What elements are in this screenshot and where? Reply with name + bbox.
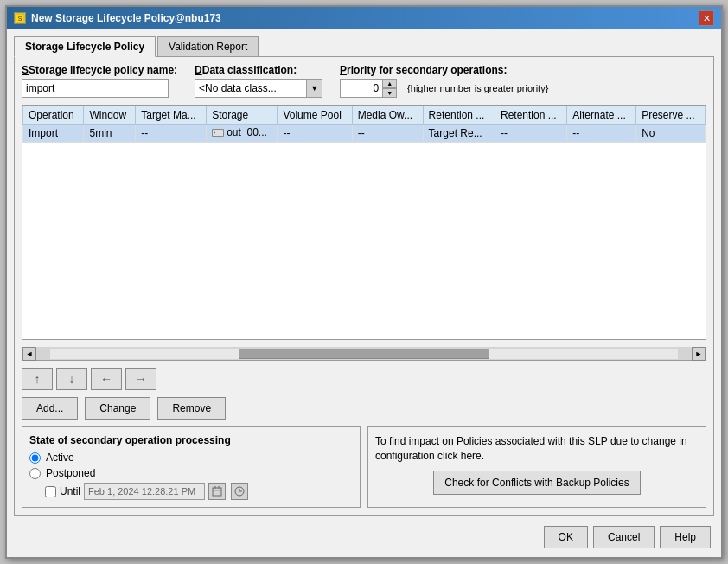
impact-text: To find impact on Policies associated wi…	[375, 434, 699, 464]
data-class-label: DData classification:	[195, 64, 322, 76]
table-row[interactable]: Import 5min -- out_00	[23, 125, 706, 143]
col-media-ow: Media Ow...	[352, 106, 423, 125]
policy-name-label: SStorage lifecycle policy name:	[22, 64, 177, 76]
col-preserve: Preserve ...	[636, 106, 706, 125]
active-radio-item[interactable]: Active	[29, 452, 353, 464]
svg-rect-8	[218, 486, 220, 489]
close-button[interactable]: ✕	[699, 10, 714, 26]
cell-window: 5min	[84, 125, 136, 143]
priority-note: {higher number is greater priority}	[407, 83, 548, 93]
tab-slp[interactable]: Storage Lifecycle Policy	[14, 36, 156, 57]
active-radio[interactable]	[29, 452, 41, 464]
dialog-body: Storage Lifecycle Policy Validation Repo…	[7, 29, 721, 557]
priority-up-btn[interactable]: ▲	[383, 79, 397, 88]
cell-preserve: No	[636, 125, 706, 143]
col-volume-pool: Volume Pool	[278, 106, 352, 125]
bottom-section: State of secondary operation processing …	[22, 426, 706, 508]
title-bar: S New Storage Lifecycle Policy@nbu173 ✕	[7, 7, 721, 29]
cancel-button[interactable]: Cancel	[593, 526, 655, 548]
policy-name-input[interactable]	[22, 79, 169, 98]
postponed-radio[interactable]	[29, 468, 41, 479]
change-button[interactable]: Change	[85, 397, 150, 420]
scrollbar-thumb[interactable]	[239, 349, 489, 359]
cell-retention1: Target Re...	[423, 125, 495, 143]
priority-down-btn[interactable]: ▼	[383, 88, 397, 98]
svg-rect-7	[214, 486, 216, 489]
dialog-title: New Storage Lifecycle Policy@nbu173	[31, 12, 221, 24]
storage-icon	[212, 128, 224, 138]
move-up-btn[interactable]: ↑	[22, 368, 53, 390]
policy-name-group: SStorage lifecycle policy name:	[22, 64, 177, 98]
data-class-input[interactable]	[195, 79, 307, 98]
main-dialog: S New Storage Lifecycle Policy@nbu173 ✕ …	[5, 5, 723, 559]
postponed-radio-item[interactable]: Postponed	[29, 467, 353, 479]
scroll-right-btn[interactable]: ►	[692, 347, 706, 361]
nav-buttons-group: ↑ ↓ ← →	[22, 368, 706, 390]
priority-input[interactable]	[340, 79, 383, 98]
col-storage: Storage	[207, 106, 278, 125]
cell-alternate: --	[567, 125, 636, 143]
svg-text:S: S	[18, 16, 22, 22]
until-row: Until	[45, 483, 353, 500]
until-label: Until	[60, 485, 80, 497]
footer: OK Cancel Help	[14, 521, 714, 550]
operations-table: Operation Window Target Ma... Storage Vo…	[22, 106, 706, 143]
tab-validation[interactable]: Validation Report	[157, 36, 259, 57]
cell-retention2: --	[495, 125, 566, 143]
svg-rect-5	[213, 488, 221, 496]
state-radio-group: Active Postponed	[29, 452, 353, 479]
form-row: SStorage lifecycle policy name: DData cl…	[22, 64, 706, 98]
dialog-icon: S	[14, 12, 26, 24]
remove-button[interactable]: Remove	[157, 397, 226, 420]
impact-section: To find impact on Policies associated wi…	[367, 426, 706, 508]
check-conflicts-button[interactable]: Check for Conflicts with Backup Policies	[433, 471, 640, 495]
ok-button[interactable]: OK	[544, 526, 588, 548]
move-down-btn[interactable]: ↓	[56, 368, 87, 390]
tabs-container: Storage Lifecycle Policy Validation Repo…	[14, 36, 714, 57]
cell-target-ma: --	[136, 125, 207, 143]
data-class-dropdown-btn[interactable]: ▼	[307, 79, 322, 98]
priority-group: Priority for secondary operations: ▲ ▼ {…	[340, 64, 548, 98]
priority-label: Priority for secondary operations:	[340, 64, 548, 76]
data-class-group: DData classification: ▼	[195, 64, 322, 98]
col-target-ma: Target Ma...	[136, 106, 207, 125]
col-window: Window	[84, 106, 136, 125]
time-btn[interactable]	[231, 483, 248, 500]
datetime-input[interactable]	[84, 483, 205, 500]
action-buttons-group: Add... Change Remove	[22, 397, 706, 420]
col-alternate: Alternate ...	[567, 106, 636, 125]
scroll-left-btn[interactable]: ◄	[22, 347, 36, 361]
add-button[interactable]: Add...	[22, 397, 78, 420]
cell-operation: Import	[23, 125, 84, 143]
col-operation: Operation	[23, 106, 84, 125]
tab-content: SStorage lifecycle policy name: DData cl…	[14, 56, 714, 516]
move-left-btn[interactable]: ←	[91, 368, 122, 390]
help-button[interactable]: Help	[660, 526, 711, 548]
cell-storage: out_00...	[207, 125, 278, 143]
state-section: State of secondary operation processing …	[22, 426, 361, 508]
move-right-btn[interactable]: →	[125, 368, 156, 390]
cell-volume-pool: --	[278, 125, 352, 143]
state-title: State of secondary operation processing	[29, 434, 353, 446]
cell-media-ow: --	[352, 125, 423, 143]
active-label: Active	[46, 452, 74, 464]
postponed-label: Postponed	[46, 467, 95, 479]
priority-spinner: ▲ ▼	[383, 79, 397, 98]
until-checkbox[interactable]	[45, 486, 56, 497]
calendar-btn[interactable]	[208, 483, 226, 500]
col-retention1: Retention ...	[423, 106, 495, 125]
operations-table-container: Operation Window Target Ma... Storage Vo…	[22, 105, 706, 340]
scrollbar-track[interactable]	[50, 349, 678, 359]
svg-point-4	[214, 131, 215, 133]
horizontal-scrollbar[interactable]: ◄ ►	[22, 347, 706, 361]
col-retention2: Retention ...	[495, 106, 566, 125]
